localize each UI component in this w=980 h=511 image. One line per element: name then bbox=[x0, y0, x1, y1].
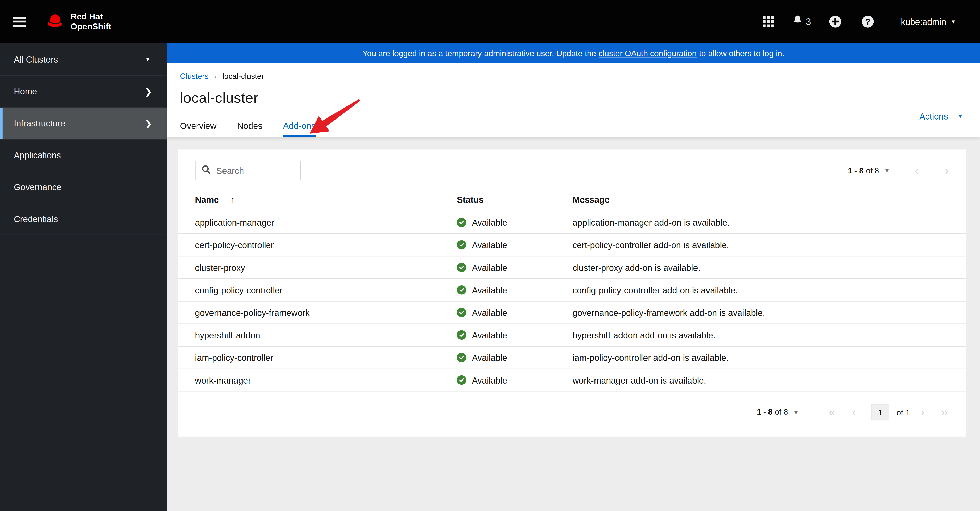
addon-name-cell: application-manager bbox=[178, 211, 457, 234]
user-menu-toggle[interactable]: kube:admin ▾ bbox=[901, 17, 955, 27]
pagination-bottom: 1 - 8 of 8 ▾ « ‹ of 1 › » bbox=[178, 391, 966, 436]
app-viewport: Red Hat OpenShift 3 bbox=[0, 0, 980, 511]
table-row: application-manager Available applicatio… bbox=[178, 211, 966, 234]
check-circle-icon bbox=[457, 240, 466, 250]
total-pages-label: of 1 bbox=[896, 407, 910, 417]
breadcrumb-current: local-cluster bbox=[223, 72, 264, 81]
table-row: hypershift-addon Available hypershift-ad… bbox=[178, 324, 966, 346]
app-launcher-grid-icon[interactable] bbox=[760, 14, 776, 30]
bell-icon bbox=[793, 15, 803, 28]
check-circle-icon bbox=[457, 308, 466, 317]
last-page-button[interactable]: » bbox=[941, 407, 948, 418]
next-page-button[interactable]: › bbox=[945, 165, 949, 176]
caret-down-icon: ▾ bbox=[952, 18, 955, 24]
prev-page-button[interactable]: ‹ bbox=[852, 407, 856, 418]
addon-message-cell: cert-policy-controller add-on is availab… bbox=[573, 234, 966, 256]
addon-message-cell: application-manager add-on is available. bbox=[573, 211, 966, 234]
table-row: work-manager Available work-manager add-… bbox=[178, 369, 966, 391]
caret-down-icon: ▾ bbox=[959, 113, 962, 119]
page-header: Clusters › local-cluster local-cluster O… bbox=[167, 63, 980, 137]
addon-name-cell: work-manager bbox=[178, 369, 457, 391]
help-question-circle-icon[interactable]: ? bbox=[860, 14, 876, 30]
tab-overview[interactable]: Overview bbox=[180, 117, 216, 137]
addon-message-cell: work-manager add-on is available. bbox=[573, 369, 966, 391]
addon-name-cell: governance-policy-framework bbox=[178, 301, 457, 324]
status-badge: Available bbox=[457, 375, 573, 385]
check-circle-icon bbox=[457, 353, 466, 362]
cluster-selector-all-clusters[interactable]: All Clusters ▾ bbox=[0, 43, 167, 76]
notification-count: 3 bbox=[806, 16, 811, 27]
chevron-right-icon: ❯ bbox=[145, 86, 152, 96]
create-plus-circle-icon[interactable] bbox=[827, 14, 843, 30]
column-header-status: Status bbox=[457, 191, 573, 211]
addon-name-cell: cluster-proxy bbox=[178, 256, 457, 279]
next-page-button[interactable]: › bbox=[921, 407, 924, 418]
table-toolbar: 1 - 8 of 8 ▾ ‹ › bbox=[178, 149, 966, 191]
addon-name-cell: config-policy-controller bbox=[178, 279, 457, 301]
check-circle-icon bbox=[457, 217, 466, 227]
prev-page-button[interactable]: ‹ bbox=[915, 165, 919, 176]
breadcrumb-clusters-link[interactable]: Clusters bbox=[180, 72, 208, 81]
status-badge: Available bbox=[457, 240, 573, 250]
addons-table: Name ↑ Status Message application-manage… bbox=[178, 191, 966, 391]
breadcrumb-separator-icon: › bbox=[214, 72, 217, 81]
table-row: governance-policy-framework Available go… bbox=[178, 301, 966, 324]
addon-message-cell: cluster-proxy add-on is available. bbox=[573, 256, 966, 279]
sidebar-item-infrastructure[interactable]: Infrastructure ❯ bbox=[0, 107, 167, 139]
sidebar-item-applications[interactable]: Applications bbox=[0, 139, 167, 171]
nav-toggle-hamburger-icon[interactable] bbox=[13, 17, 26, 27]
masthead-toolbar: 3 ? kube:admin ▾ bbox=[760, 14, 955, 30]
addon-message-cell: iam-policy-controller add-on is availabl… bbox=[573, 346, 966, 369]
check-circle-icon bbox=[457, 285, 466, 295]
brand-text: Red Hat OpenShift bbox=[71, 12, 111, 31]
check-circle-icon bbox=[457, 330, 466, 340]
temporary-admin-banner: You are logged in as a temporary adminis… bbox=[167, 43, 980, 63]
breadcrumb: Clusters › local-cluster bbox=[180, 72, 965, 81]
table-row: iam-policy-controller Available iam-poli… bbox=[178, 346, 966, 369]
sidebar-item-governance[interactable]: Governance bbox=[0, 171, 167, 203]
column-header-message: Message bbox=[573, 191, 966, 211]
tab-nodes[interactable]: Nodes bbox=[237, 117, 262, 137]
addon-name-cell: cert-policy-controller bbox=[178, 234, 457, 256]
status-badge: Available bbox=[457, 307, 573, 318]
addon-message-cell: governance-policy-framework add-on is av… bbox=[573, 301, 966, 324]
table-row: cluster-proxy Available cluster-proxy ad… bbox=[178, 256, 966, 279]
caret-down-icon: ▾ bbox=[794, 409, 798, 416]
addon-message-cell: hypershift-addon add-on is available. bbox=[573, 324, 966, 346]
redhat-fedora-icon bbox=[45, 13, 65, 30]
page-title: local-cluster bbox=[180, 89, 965, 106]
addons-card: 1 - 8 of 8 ▾ ‹ › bbox=[178, 149, 966, 436]
addon-name-cell: iam-policy-controller bbox=[178, 346, 457, 369]
pagination-menu-toggle-bottom[interactable]: 1 - 8 of 8 ▾ bbox=[757, 408, 797, 417]
sidebar-nav: All Clusters ▾ Home ❯ Infrastructure ❯ A… bbox=[0, 43, 167, 511]
actions-dropdown-toggle[interactable]: Actions ▾ bbox=[919, 111, 962, 121]
column-header-name-sort[interactable]: Name ↑ bbox=[178, 191, 457, 211]
caret-down-icon: ▾ bbox=[885, 167, 889, 174]
table-row: config-policy-controller Available confi… bbox=[178, 279, 966, 301]
tab-add-ons[interactable]: Add-ons bbox=[283, 117, 316, 137]
redhat-openshift-logo[interactable]: Red Hat OpenShift bbox=[45, 12, 111, 31]
status-badge: Available bbox=[457, 285, 573, 295]
status-badge: Available bbox=[457, 262, 573, 273]
username: kube:admin bbox=[901, 17, 946, 27]
cluster-oauth-configuration-link[interactable]: cluster OAuth configuration bbox=[598, 48, 697, 58]
sort-ascending-icon: ↑ bbox=[231, 195, 235, 204]
pagination-menu-toggle[interactable]: 1 - 8 of 8 ▾ bbox=[848, 166, 889, 175]
search-icon bbox=[202, 165, 210, 176]
status-badge: Available bbox=[457, 217, 573, 227]
check-circle-icon bbox=[457, 375, 466, 385]
notifications-button[interactable]: 3 bbox=[793, 15, 811, 28]
sidebar-item-credentials[interactable]: Credentials bbox=[0, 203, 167, 235]
caret-down-icon: ▾ bbox=[146, 56, 149, 62]
addon-message-cell: config-policy-controller add-on is avail… bbox=[573, 279, 966, 301]
status-badge: Available bbox=[457, 353, 573, 362]
chevron-right-icon: ❯ bbox=[145, 118, 152, 128]
sidebar-item-home[interactable]: Home ❯ bbox=[0, 76, 167, 107]
check-circle-icon bbox=[457, 263, 466, 272]
search-input[interactable] bbox=[216, 166, 295, 176]
addon-name-cell: hypershift-addon bbox=[178, 324, 457, 346]
svg-text:?: ? bbox=[865, 17, 870, 26]
status-badge: Available bbox=[457, 330, 573, 340]
current-page-input[interactable] bbox=[871, 404, 889, 420]
first-page-button[interactable]: « bbox=[829, 407, 835, 418]
